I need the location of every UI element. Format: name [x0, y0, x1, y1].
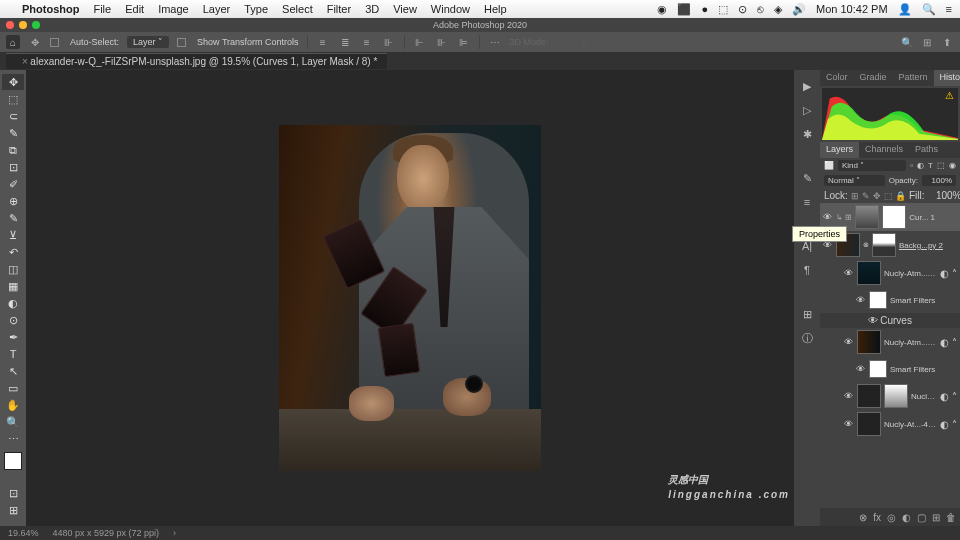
- search-icon[interactable]: 🔍: [900, 35, 914, 49]
- healing-tool[interactable]: ⊕: [2, 193, 24, 209]
- history-brush-tool[interactable]: ↶: [2, 244, 24, 260]
- minimize-button[interactable]: [19, 21, 27, 29]
- menu-help[interactable]: Help: [484, 3, 507, 15]
- layer-row[interactable]: 👁 Smart Filters: [820, 356, 960, 382]
- fx-icon[interactable]: fx: [873, 512, 881, 523]
- menu-view[interactable]: View: [393, 3, 417, 15]
- status-icon[interactable]: ◉: [657, 3, 667, 16]
- paragraph-panel-icon[interactable]: ¶: [799, 262, 815, 278]
- tab-layers[interactable]: Layers: [820, 142, 859, 158]
- distribute-icon[interactable]: ⊩: [413, 35, 427, 49]
- layer-row[interactable]: 👁 Smart Filters: [820, 287, 960, 313]
- visibility-icon[interactable]: 👁: [856, 364, 866, 374]
- layer-row[interactable]: 👁 Nucly-At...-44 copy ◐ ˄: [820, 382, 960, 410]
- menu-icon[interactable]: ≡: [946, 3, 952, 15]
- align-icon[interactable]: ≡: [360, 35, 374, 49]
- quick-select-tool[interactable]: ✎: [2, 125, 24, 141]
- crop-tool[interactable]: ⧉: [2, 142, 24, 158]
- blend-mode[interactable]: Normal ˅: [824, 175, 885, 186]
- tab-channels[interactable]: Channels: [859, 142, 909, 158]
- history-panel-icon[interactable]: ≡: [799, 194, 815, 210]
- brush-panel-icon[interactable]: ✎: [799, 170, 815, 186]
- more-icon[interactable]: ⋯: [488, 35, 502, 49]
- quickmask-button[interactable]: ⊡: [2, 485, 24, 501]
- auto-select-dropdown[interactable]: Layer ˅: [127, 36, 169, 48]
- status-chevron[interactable]: ›: [173, 528, 176, 538]
- tab-gradient[interactable]: Gradie: [854, 70, 893, 86]
- new-layer-icon[interactable]: ⊞: [932, 512, 940, 523]
- app-name[interactable]: Photoshop: [22, 3, 79, 15]
- align-icon[interactable]: ⊪: [382, 35, 396, 49]
- blur-tool[interactable]: ◐: [2, 295, 24, 311]
- status-icon[interactable]: ⎋: [757, 3, 764, 15]
- visibility-icon[interactable]: 👁: [844, 268, 854, 278]
- canvas-area[interactable]: [26, 70, 794, 526]
- status-icon[interactable]: ⊙: [738, 3, 747, 16]
- link-icon[interactable]: ⊗: [859, 512, 867, 523]
- record-icon[interactable]: ▷: [799, 102, 815, 118]
- opacity-input[interactable]: 100%: [922, 175, 956, 186]
- adjustment-icon[interactable]: ◐: [902, 512, 911, 523]
- move-tool[interactable]: ✥: [2, 74, 24, 90]
- group-icon[interactable]: ▢: [917, 512, 926, 523]
- frame-tool[interactable]: ⊡: [2, 159, 24, 175]
- menu-filter[interactable]: Filter: [327, 3, 351, 15]
- menu-3d[interactable]: 3D: [365, 3, 379, 15]
- doc-dimensions[interactable]: 4480 px x 5929 px (72 ppi): [53, 528, 160, 538]
- filter-icon[interactable]: ◉: [949, 161, 956, 170]
- home-button[interactable]: ⌂: [6, 35, 20, 49]
- tab-paths[interactable]: Paths: [909, 142, 944, 158]
- play-icon[interactable]: ▶: [799, 78, 815, 94]
- mask-icon[interactable]: ◎: [887, 512, 896, 523]
- edit-toolbar[interactable]: ⋯: [2, 431, 24, 447]
- menu-layer[interactable]: Layer: [203, 3, 231, 15]
- status-icon[interactable]: ⬛: [677, 3, 691, 16]
- type-tool[interactable]: T: [2, 346, 24, 362]
- dodge-tool[interactable]: ⊙: [2, 312, 24, 328]
- lasso-tool[interactable]: ⊂: [2, 108, 24, 124]
- info-panel-icon[interactable]: ⓘ: [799, 330, 815, 346]
- maximize-button[interactable]: [32, 21, 40, 29]
- menu-select[interactable]: Select: [282, 3, 313, 15]
- path-tool[interactable]: ↖: [2, 363, 24, 379]
- filter-row[interactable]: 👁 Curves: [820, 313, 960, 328]
- tab-color[interactable]: Color: [820, 70, 854, 86]
- menu-type[interactable]: Type: [244, 3, 268, 15]
- wifi-icon[interactable]: ◈: [774, 3, 782, 16]
- lock-paint-icon[interactable]: ✎: [862, 191, 870, 201]
- filter-icon[interactable]: T: [928, 161, 933, 170]
- filter-icon[interactable]: ⬚: [937, 161, 945, 170]
- visibility-icon[interactable]: 👁: [856, 295, 866, 305]
- auto-select-checkbox[interactable]: [50, 38, 59, 47]
- search-icon[interactable]: 🔍: [922, 3, 936, 16]
- clock[interactable]: Mon 10:42 PM: [816, 3, 888, 15]
- close-button[interactable]: [6, 21, 14, 29]
- filter-icon[interactable]: ▫: [910, 161, 913, 170]
- share-icon[interactable]: ⬆: [940, 35, 954, 49]
- stamp-tool[interactable]: ⊻: [2, 227, 24, 243]
- menu-window[interactable]: Window: [431, 3, 470, 15]
- transform-checkbox[interactable]: [177, 38, 186, 47]
- status-icon[interactable]: ●: [701, 3, 708, 15]
- layer-row[interactable]: 👁 Nucly-Atm...erics-44 ◐ ˄: [820, 259, 960, 287]
- tab-histogram[interactable]: Histogram: [934, 70, 960, 86]
- move-tool-icon[interactable]: ✥: [28, 35, 42, 49]
- filter-icon[interactable]: ◐: [917, 161, 924, 170]
- properties-panel-icon[interactable]: ⊞: [799, 306, 815, 322]
- volume-icon[interactable]: 🔊: [792, 3, 806, 16]
- screenmode-button[interactable]: ⊞: [2, 502, 24, 518]
- lock-trans-icon[interactable]: ⊞: [851, 191, 859, 201]
- menu-image[interactable]: Image: [158, 3, 189, 15]
- warning-icon[interactable]: ⚠: [945, 90, 954, 101]
- user-icon[interactable]: 👤: [898, 3, 912, 16]
- color-swatch[interactable]: [4, 452, 22, 470]
- distribute-icon[interactable]: ⊪: [435, 35, 449, 49]
- visibility-icon[interactable]: 👁: [844, 337, 854, 347]
- shape-tool[interactable]: ▭: [2, 380, 24, 396]
- layer-row[interactable]: 👁 Nucly-At...-44 copy ◐ ˄: [820, 410, 960, 438]
- marquee-tool[interactable]: ⬚: [2, 91, 24, 107]
- eraser-tool[interactable]: ◫: [2, 261, 24, 277]
- menu-file[interactable]: File: [93, 3, 111, 15]
- lock-art-icon[interactable]: ⬚: [884, 191, 893, 201]
- gradient-tool[interactable]: ▦: [2, 278, 24, 294]
